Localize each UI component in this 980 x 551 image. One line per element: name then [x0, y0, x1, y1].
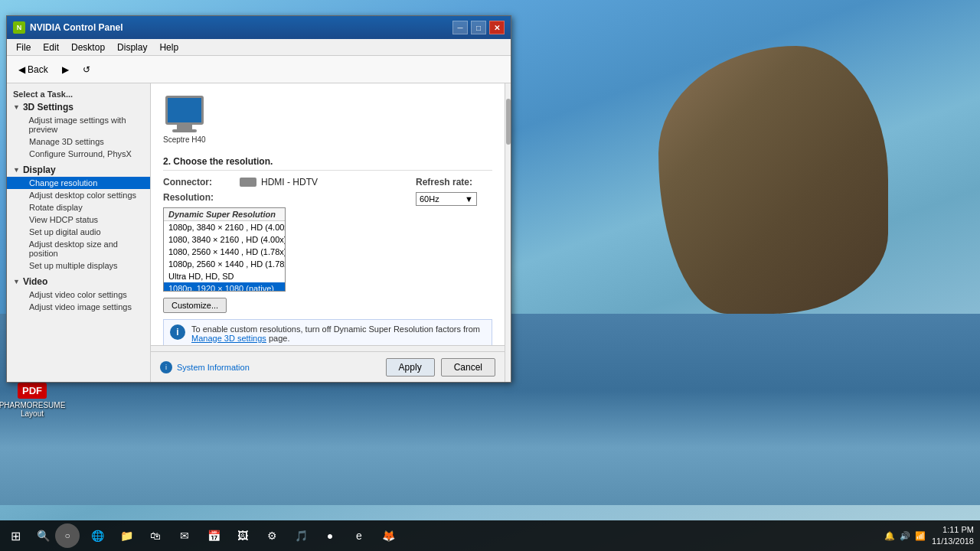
clock-date: 11/13/2018 — [932, 536, 974, 547]
minimize-button[interactable]: ─ — [452, 21, 468, 34]
connector-field: Connector: HDMI - HDTV — [163, 177, 403, 187]
tray-volume: 🔊 — [900, 531, 910, 541]
sidebar-item-label: Manage 3D settings — [29, 137, 104, 146]
sidebar-item-multiple-displays[interactable]: Set up multiple displays — [7, 259, 150, 272]
taskbar-calendar-icon[interactable]: 📅 — [200, 522, 227, 549]
taskbar-media-icon[interactable]: 🎵 — [287, 522, 315, 549]
window-title: NVIDIA Control Panel — [30, 22, 452, 33]
resolution-item-0[interactable]: 1080p, 3840 × 2160 , HD (4.00x) — [164, 221, 285, 233]
taskbar-icons: 🌐 📁 🛍 ✉ 📅 🖼 ⚙ 🎵 ● e 🦊 — [80, 522, 878, 549]
manage-3d-link[interactable]: Manage 3D settings — [191, 334, 266, 343]
horizontal-scrollbar[interactable] — [151, 345, 505, 351]
bottom-buttons: Apply Cancel — [386, 358, 495, 377]
resolution-area: Dynamic Super Resolution 1080p, 3840 × 2… — [163, 207, 403, 292]
cortana-button[interactable]: ○ — [55, 523, 80, 548]
title-bar: N NVIDIA Control Panel ─ □ ✕ — [7, 16, 511, 39]
info-text-suffix: page. — [269, 334, 290, 343]
connector-refresh-row: Connector: HDMI - HDTV Resolution: — [163, 177, 492, 319]
customize-button[interactable]: Customize... — [163, 298, 227, 313]
start-button[interactable]: ⊞ — [0, 520, 31, 551]
taskbar-folder-icon[interactable]: 📁 — [113, 522, 140, 549]
refresh-dropdown[interactable]: 60Hz ▼ — [416, 192, 477, 206]
resolution-list[interactable]: Dynamic Super Resolution 1080p, 3840 × 2… — [163, 207, 286, 292]
taskbar-photos-icon[interactable]: 🖼 — [229, 522, 256, 549]
expand-icon-3d: ▼ — [13, 103, 20, 111]
sidebar-item-label: Change resolution — [29, 178, 97, 187]
sidebar-item-video-color[interactable]: Adjust video color settings — [7, 289, 150, 301]
refresh-area: Refresh rate: 60Hz ▼ — [416, 177, 492, 206]
window-controls: ─ □ ✕ — [452, 21, 505, 34]
monitor-base — [172, 129, 197, 132]
monitor-icon[interactable]: Sceptre H40 — [163, 96, 206, 144]
sidebar-item-configure-surround[interactable]: Configure Surround, PhysX — [7, 148, 150, 160]
menu-edit[interactable]: Edit — [37, 41, 65, 54]
clock-time: 1:11 PM — [932, 524, 974, 536]
resolution-item-4[interactable]: Ultra HD, HD, SD — [164, 270, 285, 282]
sidebar-section-3d: ▼ 3D Settings Adjust image settings with… — [7, 100, 150, 160]
menu-bar: File Edit Desktop Display Help — [7, 39, 511, 56]
taskbar-settings-icon[interactable]: ⚙ — [258, 522, 286, 549]
maximize-button[interactable]: □ — [471, 21, 486, 34]
back-icon: ◀ — [18, 64, 25, 75]
tray-notification: 🔔 — [884, 531, 895, 541]
back-button[interactable]: ◀ Back — [13, 61, 54, 78]
display-area: Sceptre H40 — [163, 90, 492, 150]
sidebar-section-display: ▼ Display Change resolution Adjust deskt… — [7, 163, 150, 272]
sidebar-item-desktop-size[interactable]: Adjust desktop size and position — [7, 238, 150, 259]
sidebar-item-manage-3d[interactable]: Manage 3D settings — [7, 135, 150, 148]
sidebar-item-video-image[interactable]: Adjust video image settings — [7, 301, 150, 313]
expand-icon-display: ▼ — [13, 166, 20, 174]
sidebar-section-header-video[interactable]: ▼ Video — [7, 275, 150, 289]
sidebar-section-header-3d[interactable]: ▼ 3D Settings — [7, 100, 150, 114]
system-info-link[interactable]: i System Information — [160, 361, 250, 373]
info-text: To enable custom resolutions, turn off D… — [191, 324, 485, 343]
refresh-value: 60Hz — [420, 194, 439, 204]
menu-file[interactable]: File — [10, 41, 37, 54]
close-button[interactable]: ✕ — [489, 21, 505, 34]
taskbar-ie-icon[interactable]: 🌐 — [83, 522, 111, 549]
pdf-badge: PDF — [18, 383, 47, 399]
menu-help[interactable]: Help — [153, 41, 185, 54]
sidebar-section-label-video: Video — [23, 276, 47, 287]
resolution-item-5[interactable]: 1080p, 1920 × 1080 (native) — [164, 282, 285, 292]
refresh-button[interactable]: ↺ — [77, 61, 96, 78]
system-tray: 🔔 🔊 📶 — [878, 531, 932, 541]
resolution-item-1[interactable]: 1080, 3840 × 2160 , HD (4.00x) — [164, 233, 285, 246]
sidebar-item-rotate-display[interactable]: Rotate display — [7, 201, 150, 214]
resolution-item-2[interactable]: 1080, 2560 × 1440 , HD (1.78x) — [164, 246, 285, 258]
resolution-item-3[interactable]: 1080p, 2560 × 1440 , HD (1.78x) — [164, 258, 285, 270]
search-button[interactable]: 🔍 — [31, 523, 55, 548]
system-info-label: System Information — [177, 363, 250, 372]
back-label: Back — [28, 64, 48, 75]
hdmi-icon — [240, 178, 256, 187]
taskbar-store-icon[interactable]: 🛍 — [142, 522, 169, 549]
vertical-scrollbar[interactable] — [505, 83, 511, 382]
sidebar-item-label: Rotate display — [29, 203, 83, 212]
sidebar-item-digital-audio[interactable]: Set up digital audio — [7, 226, 150, 238]
pdf-desktop-icon[interactable]: PDF PHARMORESUMELayout — [9, 383, 55, 418]
apply-button[interactable]: Apply — [386, 358, 435, 377]
sidebar-item-label: Adjust desktop color settings — [29, 191, 136, 200]
taskbar-chrome-icon[interactable]: ● — [316, 522, 344, 549]
taskbar-mail-icon[interactable]: ✉ — [171, 522, 198, 549]
resolution-header: Dynamic Super Resolution — [164, 208, 285, 221]
taskbar-firefox-icon[interactable]: 🦊 — [374, 522, 402, 549]
sidebar-section-header-display[interactable]: ▼ Display — [7, 163, 150, 177]
main-content: Sceptre H40 2. Choose the resolution. Co… — [151, 83, 505, 345]
sidebar-task-label: Select a Task... — [7, 86, 150, 100]
forward-button[interactable]: ▶ — [57, 61, 74, 78]
sidebar-item-adjust-color[interactable]: Adjust desktop color settings — [7, 189, 150, 201]
rock-decoration — [658, 46, 888, 314]
menu-display[interactable]: Display — [111, 41, 153, 54]
sidebar-item-change-resolution[interactable]: Change resolution — [7, 177, 150, 189]
sidebar-item-hdcp-status[interactable]: View HDCP status — [7, 214, 150, 226]
taskbar-edge-icon[interactable]: e — [345, 522, 373, 549]
cancel-button[interactable]: Cancel — [441, 358, 495, 377]
sidebar-item-adjust-image[interactable]: Adjust image settings with preview — [7, 114, 150, 135]
menu-desktop[interactable]: Desktop — [65, 41, 111, 54]
forward-icon: ▶ — [62, 64, 69, 75]
monitor-label: Sceptre H40 — [163, 135, 206, 144]
app-icon: N — [13, 21, 25, 34]
sidebar-section-label-display: Display — [23, 165, 56, 175]
main-panel: Sceptre H40 2. Choose the resolution. Co… — [151, 83, 505, 382]
